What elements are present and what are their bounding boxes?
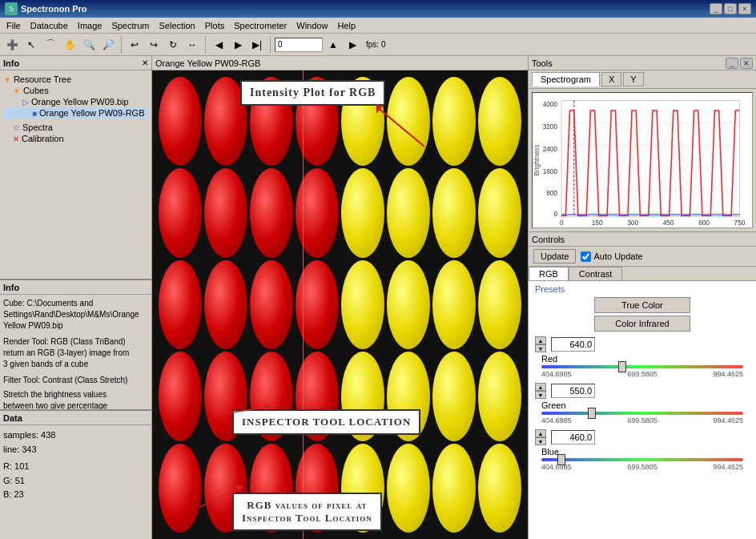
blue-channel-row: ▲ ▼ xyxy=(535,429,750,445)
tools-close[interactable]: ✕ xyxy=(740,58,753,69)
svg-text:300: 300 xyxy=(627,219,638,227)
app-icon: S xyxy=(5,2,18,15)
info-header: Info ✕ xyxy=(0,56,151,70)
red-slider-track[interactable] xyxy=(541,365,743,368)
candy-r2c7 xyxy=(432,168,476,257)
blue-slider-track[interactable] xyxy=(541,458,743,461)
data-panel: Data samples: 438 line: 343 R: 101 G: 51… xyxy=(0,411,151,539)
file2-item[interactable]: ■ Orange Yellow PW09-RGB xyxy=(3,107,148,119)
fps-up[interactable]: ▲ xyxy=(324,36,342,54)
candy-r3c1 xyxy=(159,260,202,349)
candy-r3c6 xyxy=(387,260,430,349)
prev-frame[interactable]: ◀ xyxy=(210,36,227,54)
menu-spectrum[interactable]: Spectrum xyxy=(107,19,154,32)
svg-text:0: 0 xyxy=(560,219,564,227)
green-slider-track[interactable] xyxy=(541,412,743,415)
lasso-tool[interactable]: ⌒ xyxy=(42,36,59,54)
blue-up-btn[interactable]: ▲ xyxy=(535,429,546,437)
window-controls: _ □ × xyxy=(710,3,751,14)
b-value: B: 23 xyxy=(3,488,148,502)
tab-y[interactable]: Y xyxy=(623,72,643,86)
green-down-btn[interactable]: ▼ xyxy=(535,391,546,399)
svg-text:Brightness: Brightness xyxy=(533,144,541,175)
red-up-btn[interactable]: ▲ xyxy=(535,336,546,344)
tab-spectrogram[interactable]: Spectrogram xyxy=(532,72,600,86)
separator3 xyxy=(270,36,271,54)
play-button[interactable]: ▶ xyxy=(229,36,247,54)
next-frame[interactable]: ▶| xyxy=(248,36,266,54)
candy-r4c1 xyxy=(159,352,202,440)
redo-button[interactable]: ↪ xyxy=(145,36,163,54)
blue-slider-thumb[interactable] xyxy=(557,454,565,465)
resource-tree-label: Resource Tree xyxy=(14,74,71,84)
info-header-title: Info xyxy=(3,58,19,68)
candy-r3c8 xyxy=(478,260,521,349)
zoom-in-tool[interactable]: 🔍 xyxy=(80,36,98,54)
green-up-btn[interactable]: ▲ xyxy=(535,383,546,391)
zoom-out-tool[interactable]: 🔎 xyxy=(99,36,117,54)
image-area[interactable]: Intensity Plot for RGB Inspector Tool Lo… xyxy=(152,70,528,539)
blue-value-input[interactable] xyxy=(551,430,595,444)
fps-play[interactable]: ▶ xyxy=(344,36,361,54)
render-tool-text: Render Tool: RGB (Class TriBand) return … xyxy=(3,336,148,370)
cubes-item[interactable]: ▼ Cubes xyxy=(3,85,148,96)
tab-rgb[interactable]: RGB xyxy=(529,267,569,280)
maximize-button[interactable]: □ xyxy=(724,3,737,14)
true-color-button[interactable]: True Color xyxy=(594,297,690,313)
file1-label: Orange Yellow PW09.bip xyxy=(31,97,129,107)
close-button[interactable]: × xyxy=(738,3,751,14)
info-mid-panel: Info Cube: C:\Documents and Settings\Ran… xyxy=(0,280,151,411)
tab-contrast[interactable]: Contrast xyxy=(569,267,623,280)
controls-title: Controls xyxy=(532,235,565,244)
red-down-btn[interactable]: ▼ xyxy=(535,344,546,352)
svg-text:4000: 4000 xyxy=(543,101,558,108)
menu-spectrometer[interactable]: Spectrometer xyxy=(229,19,292,32)
new-button[interactable]: ➕ xyxy=(3,36,21,54)
fps-label: fps: 0 xyxy=(366,40,385,49)
green-value-input[interactable] xyxy=(551,384,595,398)
swap-button[interactable]: ↔ xyxy=(183,36,201,54)
red-slider-thumb[interactable] xyxy=(618,361,626,372)
refresh-button[interactable]: ↻ xyxy=(164,36,182,54)
menu-datacube[interactable]: Datacube xyxy=(26,19,73,32)
candy-r5c1 xyxy=(159,444,202,533)
menu-image[interactable]: Image xyxy=(73,19,107,32)
green-slider-thumb[interactable] xyxy=(588,408,596,419)
tools-header: Tools _ ✕ xyxy=(529,56,756,70)
blue-down-btn[interactable]: ▼ xyxy=(535,437,546,445)
candy-r3c7 xyxy=(432,260,476,349)
auto-update-checkbox[interactable] xyxy=(581,251,591,262)
menu-file[interactable]: File xyxy=(2,19,26,32)
info-content: Cube: C:\Documents and Settings\Rand\Des… xyxy=(0,295,151,411)
red-channel-row: ▲ ▼ xyxy=(535,336,750,352)
menu-window[interactable]: Window xyxy=(292,19,332,32)
info-close[interactable]: ✕ xyxy=(142,58,148,67)
tools-tabs: Spectrogram X Y xyxy=(529,70,756,89)
undo-button[interactable]: ↩ xyxy=(126,36,143,54)
color-infrared-button[interactable]: Color Infrared xyxy=(594,316,690,332)
menu-plots[interactable]: Plots xyxy=(200,19,229,32)
data-content: samples: 438 line: 343 R: 101 G: 51 B: 2… xyxy=(0,425,151,505)
pan-tool[interactable]: ✋ xyxy=(61,36,78,54)
file1-item[interactable]: ▷ Orange Yellow PW09.bip xyxy=(3,96,148,107)
minimize-button[interactable]: _ xyxy=(710,3,722,14)
tab-x[interactable]: X xyxy=(601,72,621,86)
calibration-item[interactable]: ✕ Calibration xyxy=(3,133,148,144)
candy-r1c1 xyxy=(159,77,202,166)
green-max-label: 994.4625 xyxy=(713,416,743,424)
fps-input[interactable] xyxy=(275,38,323,52)
rgb-contrast-tabs: RGB Contrast xyxy=(529,267,756,281)
cursor-tool[interactable]: ↖ xyxy=(22,36,40,54)
resource-tree-folder-icon: ▼ xyxy=(3,75,11,84)
candy-r2c6 xyxy=(387,168,430,257)
tools-minimize[interactable]: _ xyxy=(726,58,738,69)
menu-selection[interactable]: Selection xyxy=(154,19,199,32)
red-value-input[interactable] xyxy=(551,337,595,352)
svg-text:800: 800 xyxy=(546,190,557,197)
spectra-item[interactable]: ☆ Spectra xyxy=(3,122,148,133)
menu-help[interactable]: Help xyxy=(332,19,360,32)
green-slider-labels: 404.6985 699.5805 994.4625 xyxy=(541,416,743,424)
callout-rgb-line2: Inspector Tool Location xyxy=(242,512,372,525)
update-button[interactable]: Update xyxy=(533,249,576,263)
svg-text:2400: 2400 xyxy=(543,146,558,153)
